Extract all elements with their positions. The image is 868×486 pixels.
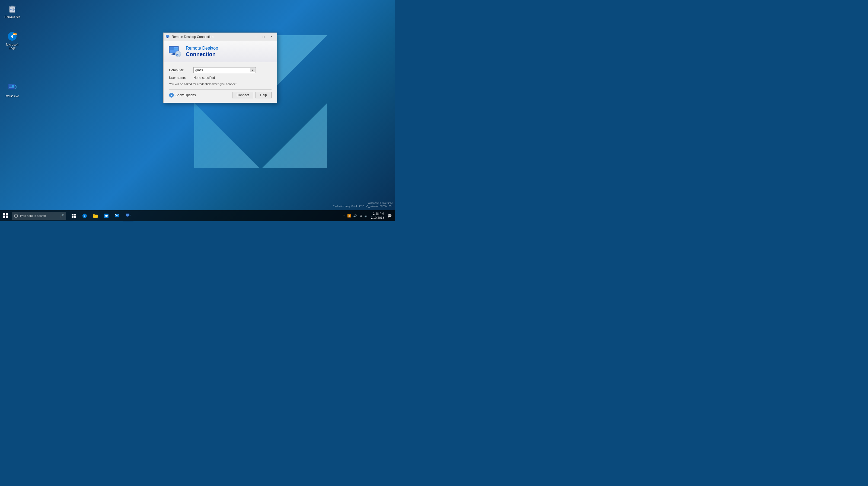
rdp-action-buttons: Connect Help xyxy=(232,92,272,98)
rdp-help-button[interactable]: Help xyxy=(255,92,272,98)
rdp-close-button[interactable]: ✕ xyxy=(268,34,275,40)
network-icon[interactable]: 🖥 xyxy=(359,214,363,218)
svg-rect-12 xyxy=(12,85,14,86)
rdp-minimize-button[interactable]: − xyxy=(252,34,259,40)
svg-rect-41 xyxy=(74,214,76,216)
svg-rect-19 xyxy=(166,35,169,37)
svg-rect-39 xyxy=(6,216,8,218)
taskbar-rdp-button[interactable] xyxy=(123,210,133,221)
rdp-info-text: You will be asked for credentials when y… xyxy=(169,83,272,86)
svg-rect-38 xyxy=(3,216,5,218)
win-pane-br xyxy=(262,103,327,168)
svg-rect-14 xyxy=(10,89,12,90)
rdp-title-text: Remote Desktop Connection xyxy=(172,35,252,39)
rdp-computer-label: Computer: xyxy=(169,68,193,72)
svg-rect-13 xyxy=(12,86,14,87)
rdp-show-options-label: Show Options xyxy=(176,93,196,97)
windows-watermark: Windows 10 Enterprise Evaluation copy. B… xyxy=(333,201,393,208)
rdp-show-options-button[interactable]: ▼ Show Options xyxy=(169,93,196,98)
speaker-icon[interactable]: 🔉 xyxy=(364,214,369,218)
svg-rect-55 xyxy=(126,217,129,217)
svg-text:🛍: 🛍 xyxy=(105,214,108,217)
desktop: Recycle Bin e BETA Microsoft Edge xyxy=(0,0,395,221)
systray-clock[interactable]: 2:48 PM 7/10/2018 xyxy=(370,212,385,220)
start-button[interactable] xyxy=(0,210,11,221)
taskbar-search[interactable]: Type here to search 🎤 xyxy=(12,212,66,220)
systray-time: 2:48 PM xyxy=(373,212,384,216)
rdp-username-label: User name: xyxy=(169,76,193,80)
rdp-username-value: None specified xyxy=(193,76,215,80)
rdp-show-options-icon: ▼ xyxy=(169,93,174,98)
microphone-icon: 🎤 xyxy=(60,214,64,218)
watermark-line2: Evaluation copy. Build 17713.rs5_release… xyxy=(333,205,393,208)
volume-icon[interactable]: 🔊 xyxy=(352,214,358,218)
rdp-app-icon: ↻ xyxy=(168,45,182,58)
rdp-username-row: User name: None specified xyxy=(169,76,272,80)
svg-rect-26 xyxy=(174,48,178,50)
taskbar-app-buttons: e 🛍 xyxy=(68,210,133,221)
wifi-icon[interactable]: 📶 xyxy=(347,214,351,218)
svg-rect-2 xyxy=(11,6,13,7)
svg-rect-54 xyxy=(127,216,128,217)
svg-rect-15 xyxy=(10,90,13,90)
desktop-icon-recycle-bin[interactable]: Recycle Bin xyxy=(1,2,23,20)
rdp-titlebar-controls: − □ ✕ xyxy=(252,34,275,40)
taskbar-edge-button[interactable]: e xyxy=(79,210,90,221)
watermark-line1: Windows 10 Enterprise xyxy=(333,201,393,205)
svg-rect-40 xyxy=(72,214,73,216)
rdp-dialog: Remote Desktop Connection − □ ✕ xyxy=(163,33,277,103)
rdp-header-title: Remote Desktop Connection xyxy=(186,45,218,57)
rdp-titlebar: Remote Desktop Connection − □ ✕ xyxy=(163,33,277,41)
taskbar: Type here to search 🎤 e xyxy=(0,210,395,221)
win-pane-bl xyxy=(194,103,259,168)
rdp-header: ↻ Remote Desktop Connection xyxy=(163,41,277,62)
svg-rect-20 xyxy=(167,37,168,38)
svg-rect-37 xyxy=(6,213,8,216)
rdp-footer: ▼ Show Options Connect Help xyxy=(169,90,272,99)
systray-date: 7/10/2018 xyxy=(371,216,384,220)
taskbar-store-button[interactable]: 🛍 xyxy=(101,210,112,221)
recycle-bin-icon xyxy=(7,3,18,14)
taskbar-search-placeholder: Type here to search xyxy=(20,214,46,217)
taskbar-mail-button[interactable] xyxy=(112,210,123,221)
notification-center-button[interactable]: 💬 xyxy=(386,213,393,219)
svg-rect-48 xyxy=(93,215,95,215)
desktop-icon-edge[interactable]: e BETA Microsoft Edge xyxy=(1,30,23,51)
rdp-computer-value: gmr3 xyxy=(195,68,203,72)
rdp-computer-dropdown-arrow[interactable]: ▼ xyxy=(250,68,255,72)
taskbar-systray: ⌃ 📶 🔊 🖥 🔉 2:48 PM 7/10/2018 💬 xyxy=(340,210,395,221)
svg-rect-42 xyxy=(72,216,73,218)
svg-rect-25 xyxy=(174,47,178,48)
rdp-computer-row: Computer: gmr3 ▼ xyxy=(169,67,272,73)
svg-rect-36 xyxy=(3,213,5,216)
rdp-titlebar-icon xyxy=(166,35,170,39)
svg-text:↻: ↻ xyxy=(176,54,178,56)
edge-icon: e BETA xyxy=(7,31,18,42)
rdp-maximize-button[interactable]: □ xyxy=(260,34,267,40)
desktop-icon-mstsc[interactable]: mstsc.exe xyxy=(1,81,23,99)
edge-label: Microsoft Edge xyxy=(2,43,22,50)
svg-rect-53 xyxy=(126,214,129,216)
rdp-connect-button[interactable]: Connect xyxy=(232,92,254,98)
taskbar-explorer-button[interactable] xyxy=(90,210,101,221)
svg-rect-24 xyxy=(170,47,174,50)
recycle-bin-label: Recycle Bin xyxy=(4,15,20,19)
svg-rect-27 xyxy=(173,53,175,55)
svg-rect-43 xyxy=(74,216,76,218)
rdp-computer-input[interactable]: gmr3 ▼ xyxy=(193,67,256,73)
rdp-computer-field[interactable]: gmr3 ▼ xyxy=(193,67,256,73)
mstsc-icon xyxy=(7,83,18,93)
rdp-title-line2: Connection xyxy=(186,51,218,58)
rdp-body: Computer: gmr3 ▼ User name: None specifi… xyxy=(163,62,277,103)
svg-rect-11 xyxy=(9,85,12,87)
svg-text:BETA: BETA xyxy=(13,33,17,35)
mstsc-label: mstsc.exe xyxy=(5,94,19,98)
search-circle-icon xyxy=(14,214,18,218)
rdp-title-line1: Remote Desktop xyxy=(186,45,218,51)
svg-text:e: e xyxy=(84,215,86,217)
network-hidden-icon[interactable]: ⌃ xyxy=(342,214,346,218)
taskbar-task-view-button[interactable] xyxy=(68,210,79,221)
